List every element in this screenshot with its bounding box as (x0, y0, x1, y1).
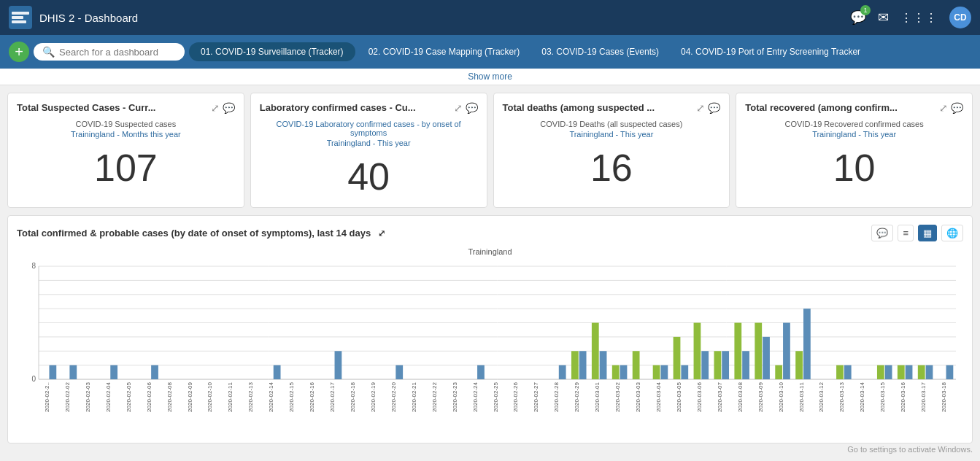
chart-comment-button[interactable]: 💬 (871, 225, 893, 241)
stat-card-suspected-title: Total Suspected Cases - Curr... (17, 102, 211, 113)
stat-card-deaths: Total deaths (among suspected ... ⤢ 💬 CO… (493, 93, 730, 208)
apps-icon[interactable]: ⋮⋮⋮ (900, 11, 938, 25)
comment-icon[interactable]: 💬 (466, 102, 478, 114)
header-right: 💬 1 ✉ ⋮⋮⋮ CD (850, 7, 971, 28)
stat-card-deaths-icons: ⤢ 💬 (696, 102, 720, 114)
stat-card-lab-confirmed: Laboratory confirmed cases - Cu... ⤢ 💬 C… (250, 93, 487, 208)
chart-card: Total confirmed & probable cases (by dat… (7, 215, 973, 443)
chart-tools: 💬 ≡ ▦ 🌐 (871, 225, 963, 241)
svg-rect-2 (12, 16, 23, 19)
stat-card-recovered-sub1: COVID-19 Recovered confirmed cases (745, 120, 963, 128)
stat-card-deaths-link[interactable]: Trainingland - This year (569, 130, 653, 139)
tab-covid-port-entry[interactable]: 04. COVID-19 Port of Entry Screening Tra… (672, 42, 869, 61)
stat-card-deaths-title: Total deaths (among suspected ... (503, 102, 697, 113)
header-left: DHIS 2 - Dashboard (9, 6, 138, 29)
search-container: 🔍 (34, 43, 185, 61)
svg-rect-3 (12, 20, 26, 23)
stat-card-recovered-link[interactable]: Trainingland - This year (812, 130, 896, 139)
add-dashboard-button[interactable]: + (9, 42, 29, 62)
dashboard-navbar: + 🔍 01. COVID-19 Surveillance (Tracker) … (0, 35, 980, 69)
chart-card-header: Total confirmed & probable cases (by dat… (17, 225, 963, 241)
stat-card-suspected-value: 107 (17, 146, 235, 190)
stat-card-deaths-sub1: COVID-19 Deaths (all suspected cases) (503, 120, 721, 128)
comment-icon[interactable]: 💬 (708, 102, 720, 114)
stat-card-lab-sub1: COVID-19 Laboratory confirmed cases - by… (260, 120, 478, 137)
stat-card-deaths-sub2: Trainingland - This year (503, 130, 721, 139)
stat-card-suspected-sub2: Trainingland - Months this year (17, 130, 235, 139)
stat-card-suspected-header: Total Suspected Cases - Curr... ⤢ 💬 (17, 102, 235, 114)
stat-card-suspected-link[interactable]: Trainingland - Months this year (71, 130, 181, 139)
comment-icon[interactable]: 💬 (951, 102, 963, 114)
stat-card-recovered-value: 10 (745, 146, 963, 190)
dhis2-logo (9, 6, 32, 29)
expand-icon[interactable]: ⤢ (211, 102, 220, 114)
messages-icon-container[interactable]: 💬 1 (850, 9, 866, 26)
stat-card-lab-header: Laboratory confirmed cases - Cu... ⤢ 💬 (260, 102, 478, 114)
watermark: Go to settings to activate Windows. (847, 445, 973, 451)
stat-card-deaths-value: 16 (503, 146, 721, 190)
chart-map-button[interactable]: 🌐 (941, 225, 963, 241)
expand-icon[interactable]: ⤢ (454, 102, 463, 114)
email-icon[interactable]: ✉ (878, 9, 889, 26)
stat-card-lab-value: 40 (260, 155, 478, 198)
chart-region-label: Trainingland (17, 247, 963, 256)
user-avatar[interactable]: CD (949, 7, 971, 28)
expand-icon[interactable]: ⤢ (696, 102, 705, 114)
messages-badge: 1 (860, 5, 871, 15)
dashboard-content: Total Suspected Cases - Curr... ⤢ 💬 COVI… (0, 85, 980, 451)
svg-rect-1 (12, 12, 29, 15)
chart-bar-button[interactable]: ▦ (918, 225, 937, 241)
chart-area (17, 259, 963, 434)
tab-covid-surveillance[interactable]: 01. COVID-19 Surveillance (Tracker) (189, 42, 355, 61)
chart-title: Total confirmed & probable cases (by dat… (17, 228, 385, 239)
stat-card-suspected-icons: ⤢ 💬 (211, 102, 235, 114)
chart-expand-icon[interactable]: ⤢ (378, 228, 385, 239)
stat-card-recovered-icons: ⤢ 💬 (939, 102, 963, 114)
stat-card-deaths-header: Total deaths (among suspected ... ⤢ 💬 (503, 102, 721, 114)
stat-cards-grid: Total Suspected Cases - Curr... ⤢ 💬 COVI… (7, 93, 973, 208)
stat-card-recovered-title: Total recovered (among confirm... (745, 102, 939, 113)
stat-card-suspected-sub1: COVID-19 Suspected cases (17, 120, 235, 128)
stat-card-lab-link[interactable]: COVID-19 Laboratory confirmed cases - by… (277, 120, 461, 137)
comment-icon[interactable]: 💬 (223, 102, 235, 114)
stat-card-lab-link2[interactable]: Trainingland - This year (327, 139, 411, 147)
stat-card-recovered-header: Total recovered (among confirm... ⤢ 💬 (745, 102, 963, 114)
search-icon: 🔍 (42, 46, 55, 58)
stat-card-suspected: Total Suspected Cases - Curr... ⤢ 💬 COVI… (7, 93, 244, 208)
app-header: DHIS 2 - Dashboard 💬 1 ✉ ⋮⋮⋮ CD (0, 0, 980, 35)
stat-card-recovered: Total recovered (among confirm... ⤢ 💬 CO… (736, 93, 973, 208)
stat-card-lab-icons: ⤢ 💬 (454, 102, 478, 114)
stat-card-recovered-sub2: Trainingland - This year (745, 130, 963, 139)
bar-chart-canvas (17, 259, 963, 419)
stat-card-lab-title: Laboratory confirmed cases - Cu... (260, 102, 454, 113)
tab-covid-case-mapping[interactable]: 02. COVID-19 Case Mapping (Tracker) (360, 42, 529, 61)
app-title: DHIS 2 - Dashboard (39, 12, 138, 24)
search-input[interactable] (59, 47, 176, 58)
show-more-bar: Show more (0, 69, 980, 85)
expand-icon[interactable]: ⤢ (939, 102, 948, 114)
show-more-link[interactable]: Show more (465, 69, 515, 85)
chart-table-button[interactable]: ≡ (898, 225, 914, 241)
tab-covid-cases-events[interactable]: 03. COVID-19 Cases (Events) (533, 42, 668, 61)
stat-card-lab-sub2: Trainingland - This year (260, 139, 478, 147)
